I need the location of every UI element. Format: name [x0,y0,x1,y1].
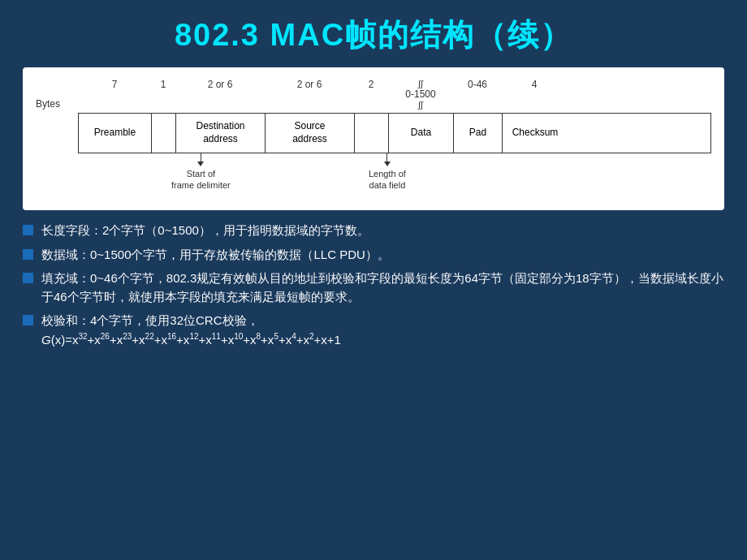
num-len: 2 [354,79,388,110]
cell-data: Data [389,114,454,153]
num-data: 0-1500 [388,88,453,100]
start-frame-annot: Start offrame delimiter [171,153,231,192]
cell-pad: Pad [454,114,503,153]
cell-source: Sourceaddress [266,114,355,153]
bytes-label: Bytes [36,98,78,110]
frame-cells: Preamble Destinationaddress Sourceaddres… [78,113,711,153]
mac-frame-diagram: Bytes 7 1 2 or 6 2 or 6 2 ∫∫ 0-1500 ∫∫ 0… [23,67,724,210]
bullet-text-4: 校验和：4个字节，使用32位CRC校验，G(x)=x32+x26+x23+x22… [41,312,341,349]
cell-checksum: Checksum [503,114,568,153]
bullet-item-1: 长度字段：2个字节（0~1500），用于指明数据域的字节数。 [23,222,724,240]
page-title: 802.3 MAC帧的结构（续） [23,15,724,56]
length-field-label: Length ofdata field [369,168,406,192]
num-preamble: 7 [78,79,151,110]
cell-preamble: Preamble [79,114,152,153]
bullet-item-3: 填充域：0~46个字节，802.3规定有效帧从目的地址到校验和字段的最短长度为6… [23,269,724,306]
bullet-text-3: 填充域：0~46个字节，802.3规定有效帧从目的地址到校验和字段的最短长度为6… [41,269,724,306]
bullet-square-3 [23,273,33,283]
cell-sfd [152,114,176,153]
ff-symbols-bottom: ∫∫ [418,100,423,110]
num-src: 2 or 6 [265,79,354,110]
ff-symbols: ∫∫ [418,79,423,88]
bullet-text-1: 长度字段：2个字节（0~1500），用于指明数据域的字节数。 [41,222,369,240]
num-check: 4 [502,79,567,110]
annotations: Start offrame delimiter Length ofdata fi… [78,153,711,196]
byte-numbers: 7 1 2 or 6 2 or 6 2 ∫∫ 0-1500 ∫∫ 0-46 4 [78,79,711,110]
bullet-square-1 [23,225,33,235]
num-pad: 0-46 [453,79,502,110]
cell-destination: Destinationaddress [176,114,266,153]
bullet-list: 长度字段：2个字节（0~1500），用于指明数据域的字节数。 数据域：0~150… [23,222,724,549]
bullet-item-2: 数据域：0~1500个字节，用于存放被传输的数据（LLC PDU）。 [23,246,724,265]
bytes-row: Bytes 7 1 2 or 6 2 or 6 2 ∫∫ 0-1500 ∫∫ 0… [36,79,711,110]
bullet-square-4 [23,315,33,325]
cell-length [355,114,389,153]
num-dest: 2 or 6 [175,79,265,110]
bullet-item-4: 校验和：4个字节，使用32位CRC校验，G(x)=x32+x26+x23+x22… [23,312,724,349]
num-sfd: 1 [151,79,175,110]
start-frame-label: Start offrame delimiter [171,168,231,192]
bullet-text-2: 数据域：0~1500个字节，用于存放被传输的数据（LLC PDU）。 [41,246,390,265]
length-field-annot: Length ofdata field [369,153,406,192]
bullet-square-2 [23,249,33,260]
